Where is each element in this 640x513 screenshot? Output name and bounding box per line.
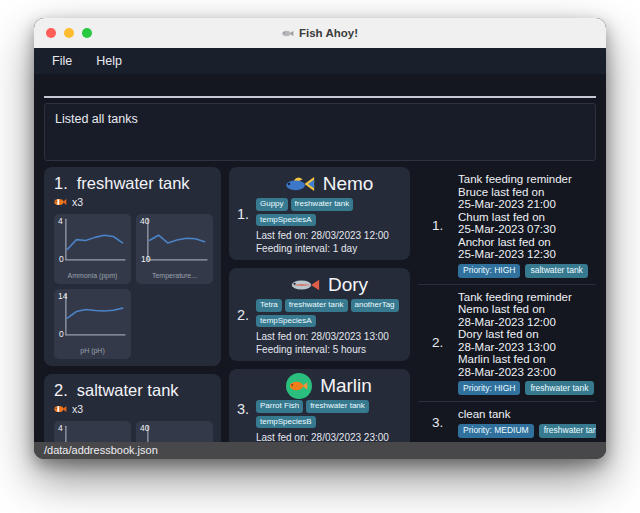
- clownfish-icon: [54, 404, 67, 414]
- reminder-text: Tank feeding reminder: [458, 173, 596, 186]
- reminder-item: 2. Tank feeding reminder Nemo last fed o…: [418, 285, 596, 403]
- result-message: Listed all tanks: [55, 112, 138, 126]
- reminder-text: 25-Mar-2023 12:30: [458, 248, 596, 261]
- reminder-text: 28-Mar-2023 12:00: [458, 316, 596, 329]
- reminder-text: Dory last fed on: [458, 328, 596, 341]
- reminder-tag: freshwater tank: [539, 424, 596, 438]
- fish-tag: freshwater tank: [291, 198, 354, 211]
- result-display: Listed all tanks: [44, 103, 596, 161]
- reminder-text: 25-Mar-2023 21:00: [458, 198, 596, 211]
- fish-card: 3. Marlin Parrot Fish: [229, 369, 410, 442]
- menu-bar: File Help: [34, 48, 606, 74]
- window-controls: [46, 18, 92, 48]
- chart-tile: 4 0 Ammonia (ppm): [54, 214, 131, 284]
- fish-card: 1. Nemo Guppy freshwa: [229, 167, 410, 260]
- reminder-text: Marlin last fed on: [458, 353, 596, 366]
- fish-list-panel: 1. Nemo Guppy freshwa: [229, 167, 410, 442]
- fish-name: Dory: [328, 274, 368, 296]
- reminder-index: 1.: [418, 218, 448, 233]
- reminder-item: 1. Tank feeding reminder Bruce last fed …: [418, 167, 596, 285]
- y-axis-max-label: 40: [140, 216, 149, 226]
- fish-tag: tempSpeciesA: [256, 315, 316, 328]
- fish-feeding-interval: Feeding interval: 1 day: [256, 242, 402, 255]
- tank-index: 2.: [54, 381, 68, 400]
- priority-badge: Priority: MEDIUM: [458, 424, 534, 438]
- tank-name: saltwater tank: [77, 381, 179, 400]
- tank-list-panel: 1. freshwater tank x3 4: [44, 167, 221, 442]
- reminder-text: Anchor last fed on: [458, 236, 596, 249]
- y-axis-max-label: 4: [58, 423, 63, 433]
- fish-last-fed: Last fed on: 28/03/2023 13:00: [256, 330, 402, 343]
- reminder-list-panel: 1. Tank feeding reminder Bruce last fed …: [418, 167, 596, 442]
- y-axis-min-label: 10: [141, 254, 150, 264]
- reminder-index: 3.: [418, 415, 448, 430]
- y-axis-max-label: 14: [58, 291, 67, 301]
- ammonia-chart: [56, 215, 129, 271]
- reminder-index: 2.: [418, 335, 448, 350]
- status-bar: /data/addressbook.json: [34, 442, 606, 459]
- fish-last-fed: Last fed on: 28/03/2023 23:00: [256, 431, 402, 442]
- guppy-fish-icon: [285, 175, 315, 193]
- reminder-text: clean tank: [458, 408, 596, 421]
- fish-name: Nemo: [323, 173, 374, 195]
- priority-badge: Priority: HIGH: [458, 264, 520, 278]
- chart-x-label: Ammonia (ppm): [56, 271, 129, 281]
- chart-tile: 14 0 pH (pH): [54, 289, 131, 359]
- reminder-text: 25-Mar-2023 07:30: [458, 223, 596, 236]
- fish-last-fed: Last fed on: 28/03/2023 12:00: [256, 229, 402, 242]
- app-window: Fish Ahoy! File Help Listed all tanks 1.…: [34, 18, 606, 459]
- y-axis-min-label: 0: [59, 254, 64, 264]
- fish-tag: Guppy: [256, 198, 288, 211]
- fish-tag: freshwater tank: [306, 400, 369, 413]
- fish-feeding-interval: Feeding interval: 5 hours: [256, 343, 402, 356]
- chart-tile: 40 10 Temperature...: [136, 214, 213, 284]
- command-input[interactable]: [44, 77, 596, 98]
- tank-card: 1. freshwater tank x3 4: [44, 167, 221, 366]
- fish-tag: freshwater tank: [285, 299, 348, 312]
- chart-x-label: Temperature...: [138, 271, 211, 281]
- title-bar: Fish Ahoy!: [34, 18, 606, 48]
- minimize-button[interactable]: [64, 28, 74, 38]
- tank-name: freshwater tank: [77, 174, 190, 193]
- reminder-tag: saltwater tank: [525, 264, 587, 278]
- tank-fish-count: x3: [72, 403, 83, 415]
- reminder-text: 28-Mar-2023 13:00: [458, 341, 596, 354]
- command-area: [34, 74, 606, 98]
- main-content: 1. freshwater tank x3 4: [34, 167, 606, 442]
- fish-tag: anotherTag: [351, 299, 399, 312]
- fish-index: 2.: [235, 307, 251, 323]
- window-title: Fish Ahoy!: [299, 27, 358, 39]
- zoom-button[interactable]: [82, 28, 92, 38]
- chart-x-label: pH (pH): [56, 346, 129, 356]
- reminder-text: Tank feeding reminder: [458, 291, 596, 304]
- fish-tag: tempSpeciesB: [256, 416, 316, 429]
- parrot-fish-icon: [286, 373, 312, 399]
- close-button[interactable]: [46, 28, 56, 38]
- menu-help[interactable]: Help: [86, 51, 132, 71]
- reminder-text: Nemo last fed on: [458, 303, 596, 316]
- tetra-fish-icon: [290, 277, 320, 293]
- reminder-item: 3. clean tank Priority: MEDIUM freshwate…: [418, 402, 596, 442]
- window-title-wrap: Fish Ahoy!: [282, 27, 358, 39]
- tank-fish-count: x3: [72, 196, 83, 208]
- reminder-tag: freshwater tank: [525, 381, 593, 395]
- fish-tag: Tetra: [256, 299, 282, 312]
- fish-tag: tempSpeciesA: [256, 214, 316, 227]
- tank-index: 1.: [54, 174, 68, 193]
- ammonia-chart: [56, 422, 129, 442]
- chart-tile: 4 0 Ammonia (ppm): [54, 421, 131, 442]
- priority-badge: Priority: HIGH: [458, 381, 520, 395]
- fish-index: 1.: [235, 206, 251, 222]
- app-fish-icon: [282, 29, 294, 38]
- menu-file[interactable]: File: [42, 51, 82, 71]
- reminder-text: Chum last fed on: [458, 211, 596, 224]
- y-axis-max-label: 4: [58, 216, 63, 226]
- clownfish-icon: [54, 197, 67, 207]
- reminder-text: 28-Mar-2023 23:00: [458, 366, 596, 379]
- y-axis-max-label: 40: [140, 423, 149, 433]
- reminder-text: Bruce last fed on: [458, 186, 596, 199]
- status-file-path: /data/addressbook.json: [44, 444, 158, 456]
- y-axis-min-label: 0: [59, 329, 64, 339]
- fish-name: Marlin: [320, 375, 372, 397]
- fish-card: 2. Dory Tetra freshwater tank: [229, 268, 410, 361]
